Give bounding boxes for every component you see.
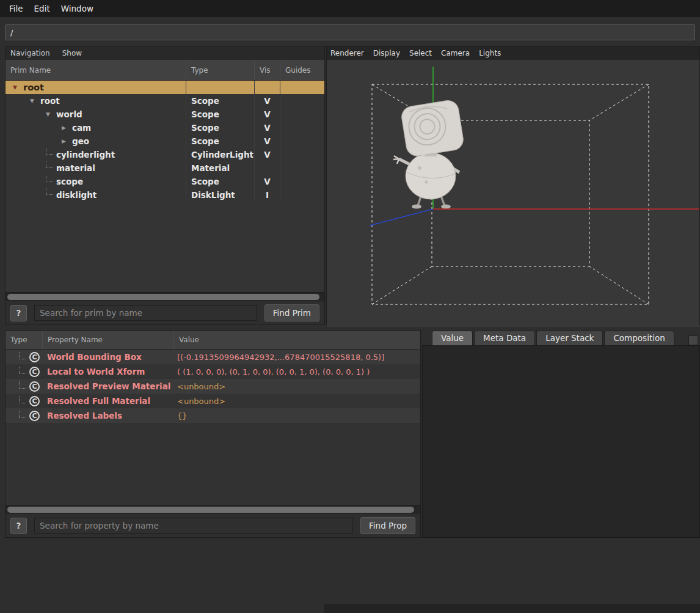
tree-menu-bar: Navigation Show	[5, 46, 324, 60]
property-row[interactable]: World Bounding Box [(-0.1913509964942932…	[5, 350, 420, 364]
tab-overflow-stub[interactable]	[688, 336, 698, 345]
prim-vis[interactable]: V	[254, 108, 280, 121]
menu-show[interactable]: Show	[62, 49, 82, 57]
tree-row-geo[interactable]: geo Scope V	[5, 134, 324, 148]
prim-path-input[interactable]	[5, 24, 695, 40]
property-value: <unbound>	[173, 397, 420, 406]
computed-attribute-icon	[29, 367, 40, 377]
prim-vis[interactable]: V	[254, 94, 280, 108]
menu-renderer[interactable]: Renderer	[330, 49, 364, 57]
tree-row-scope[interactable]: scope Scope V	[5, 175, 324, 188]
col-value: Value	[173, 331, 420, 349]
prim-vis[interactable]: I	[254, 188, 280, 202]
tab-layer-stack[interactable]: Layer Stack	[536, 331, 603, 345]
property-table: World Bounding Box [(-0.1913509964942932…	[5, 350, 420, 505]
prim-guides	[280, 94, 324, 108]
menu-camera[interactable]: Camera	[441, 49, 470, 57]
prim-type: Scope	[186, 121, 254, 134]
property-row[interactable]: Resolved Preview Material <unbound>	[5, 379, 420, 394]
property-name: Resolved Labels	[42, 411, 173, 420]
tree-row-root[interactable]: root Scope V	[5, 94, 324, 108]
prim-vis[interactable]: V	[254, 175, 280, 188]
property-name: World Bounding Box	[42, 352, 173, 362]
prim-search-help-button[interactable]: ?	[10, 305, 27, 321]
menubar: File Edit Window	[0, 0, 700, 17]
prim-vis[interactable]: V	[254, 134, 280, 148]
prim-type: CylinderLight	[186, 148, 254, 161]
tree-row-disklight[interactable]: disklight DiskLight I	[5, 188, 324, 202]
prim-search-row: ? Find Prim	[5, 301, 324, 325]
property-search-input[interactable]	[34, 518, 353, 534]
computed-attribute-icon	[29, 352, 40, 362]
prim-search-input[interactable]	[34, 305, 257, 321]
prim-name: scope	[56, 177, 83, 186]
computed-attribute-icon	[29, 411, 40, 421]
collapsed-arrow-icon[interactable]	[62, 138, 72, 144]
prim-type: Scope	[186, 94, 254, 108]
col-vis: Vis	[254, 60, 280, 80]
tab-value[interactable]: Value	[432, 331, 473, 345]
tree-row-root-selected[interactable]: root	[5, 81, 324, 94]
tree-row-cylinderlight[interactable]: cylinderlight CylinderLight V	[5, 148, 324, 161]
viewport-canvas[interactable]	[327, 60, 699, 327]
viewport-render	[327, 60, 699, 325]
property-column-headers: Type Property Name Value	[5, 331, 420, 350]
prim-guides	[280, 188, 324, 202]
menu-select[interactable]: Select	[409, 49, 432, 57]
property-search-row: ? Find Prop	[5, 514, 420, 537]
prim-name: geo	[72, 136, 89, 146]
robot-model	[393, 99, 465, 209]
prim-name: root	[40, 96, 60, 106]
tree-branch-icon	[19, 396, 26, 403]
prim-type: Material	[186, 161, 254, 175]
property-search-help-button[interactable]: ?	[10, 518, 27, 534]
menu-file[interactable]: File	[4, 1, 29, 16]
prim-vis[interactable]: V	[254, 121, 280, 134]
col-type: Type	[5, 331, 42, 349]
menu-lights[interactable]: Lights	[479, 49, 501, 57]
find-prop-button[interactable]: Find Prop	[360, 517, 415, 534]
expand-arrow-icon[interactable]	[30, 98, 40, 104]
status-strip	[324, 604, 700, 613]
viewport-panel: Renderer Display Select Camera Lights	[326, 46, 700, 325]
tab-composition[interactable]: Composition	[604, 331, 674, 345]
value-tab-content	[422, 345, 700, 538]
prim-vis[interactable]	[254, 81, 280, 94]
property-name: Resolved Full Material	[42, 396, 173, 406]
prim-name: material	[56, 163, 95, 173]
col-prim-name: Prim Name	[5, 60, 186, 80]
tree-branch-icon	[46, 175, 53, 182]
tree-row-cam[interactable]: cam Scope V	[5, 121, 324, 134]
property-row[interactable]: Resolved Labels {}	[5, 408, 420, 423]
menu-navigation[interactable]: Navigation	[10, 49, 50, 57]
property-row[interactable]: Resolved Full Material <unbound>	[5, 394, 420, 408]
tree-horizontal-scrollbar[interactable]	[5, 292, 324, 301]
scrollbar-thumb[interactable]	[7, 507, 414, 513]
property-name: Local to World Xform	[42, 367, 173, 376]
find-prim-button[interactable]: Find Prim	[264, 304, 319, 321]
viewport-menu-bar: Renderer Display Select Camera Lights	[327, 46, 699, 60]
menu-window[interactable]: Window	[56, 1, 99, 16]
property-value: <unbound>	[173, 382, 420, 391]
menu-display[interactable]: Display	[373, 49, 400, 57]
prim-guides	[280, 161, 324, 175]
tree-row-world[interactable]: world Scope V	[5, 108, 324, 121]
tab-meta-data[interactable]: Meta Data	[474, 331, 535, 345]
prim-name: cylinderlight	[56, 150, 115, 160]
expand-arrow-icon[interactable]	[13, 84, 23, 90]
prim-vis[interactable]	[254, 161, 280, 175]
property-name: Resolved Preview Material	[42, 381, 173, 391]
prim-vis[interactable]: V	[254, 148, 280, 161]
scrollbar-thumb[interactable]	[7, 294, 319, 300]
property-horizontal-scrollbar[interactable]	[5, 505, 420, 514]
menu-edit[interactable]: Edit	[29, 1, 56, 16]
prim-type: DiskLight	[186, 188, 254, 202]
tree-branch-icon	[19, 367, 26, 374]
z-axis-line	[370, 209, 433, 226]
prim-type: Scope	[186, 134, 254, 148]
collapsed-arrow-icon[interactable]	[62, 125, 72, 131]
property-row[interactable]: Local to World Xform ( (1, 0, 0, 0), (0,…	[5, 364, 420, 379]
tree-branch-icon	[19, 411, 26, 418]
tree-row-material[interactable]: material Material	[5, 161, 324, 175]
expand-arrow-icon[interactable]	[46, 111, 56, 117]
